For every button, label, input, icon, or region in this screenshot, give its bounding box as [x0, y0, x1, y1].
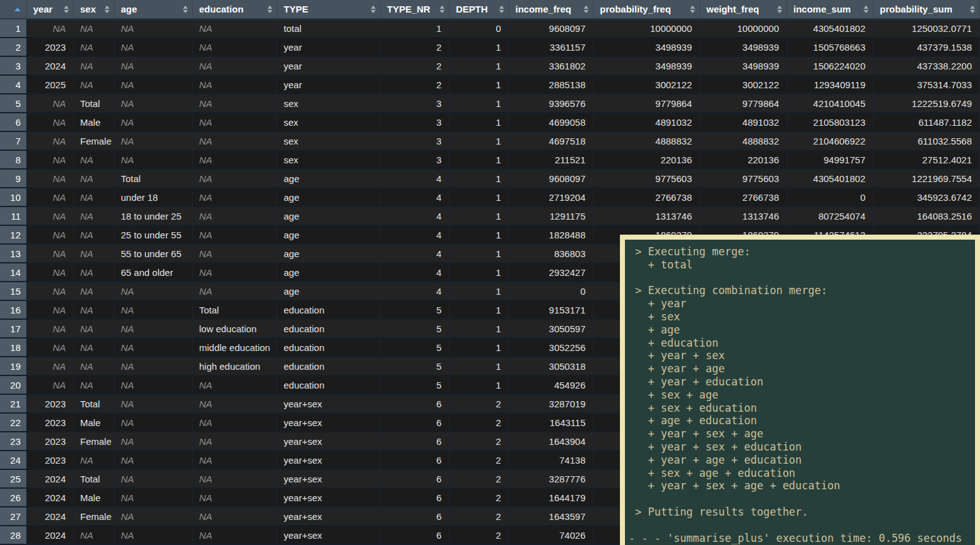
console-output-text: > Executing merge: + total > Executing c…: [625, 240, 975, 544]
column-header-income_sum[interactable]: income_sum: [787, 0, 874, 18]
cell-income_sum: 4210410045: [787, 94, 874, 113]
cell-education: NA: [193, 94, 277, 113]
column-label: income_freq: [515, 4, 571, 14]
cell-probability_freq: 4888832: [594, 132, 700, 151]
cell-TYPE: education: [277, 357, 381, 376]
cell-income_freq: 211521: [509, 151, 594, 170]
cell-probability_sum: 611487.1182: [874, 113, 980, 132]
cell-age: NA: [115, 132, 193, 151]
cell-education: NA: [193, 470, 277, 489]
table-row: 9NANATotalNAage4196080979775603977560343…: [0, 170, 980, 188]
cell-weight_freq: 2766738: [700, 188, 787, 207]
cell-year: NA: [27, 263, 74, 282]
cell-probability_sum: 164083.2516: [874, 207, 980, 226]
cell-year: 2023: [27, 38, 74, 57]
cell-sex: Total: [74, 470, 115, 489]
column-label: DEPTH: [456, 4, 488, 14]
column-header-income_freq[interactable]: income_freq: [509, 0, 594, 18]
cell-income_freq: 1643597: [509, 507, 594, 526]
cell-year: 2023: [27, 451, 74, 470]
cell-income_sum: 0: [787, 188, 874, 207]
cell-probability_freq: 3498939: [594, 57, 700, 76]
column-label: probability_sum: [880, 4, 952, 14]
column-label: probability_freq: [600, 4, 671, 14]
cell-TYPE_NR: 3: [381, 113, 450, 132]
column-label: sex: [80, 4, 96, 14]
cell-age: NA: [115, 395, 193, 414]
column-header-education[interactable]: education: [193, 0, 277, 18]
sort-ascending-icon: [14, 8, 21, 11]
cell-DEPTH: 1: [450, 76, 509, 94]
table-row: 6NAMaleNANAsex31469905848910324891032210…: [0, 113, 980, 132]
cell-education: NA: [193, 57, 277, 76]
column-header-probability_sum[interactable]: probability_sum: [874, 0, 980, 18]
sort-icon: [970, 6, 975, 13]
cell-year: NA: [27, 339, 74, 357]
cell-income_freq: 0: [509, 282, 594, 301]
cell-TYPE_NR: 4: [381, 245, 450, 263]
cell-education: NA: [193, 489, 277, 507]
cell-education: NA: [193, 414, 277, 432]
column-header-age[interactable]: age: [115, 0, 193, 18]
row-number-column-header[interactable]: [0, 0, 27, 18]
column-label: income_sum: [793, 4, 851, 14]
row-number: 3: [0, 57, 27, 76]
cell-education: NA: [193, 376, 277, 395]
cell-TYPE: year: [277, 38, 381, 57]
cell-year: 2025: [27, 76, 74, 94]
cell-TYPE_NR: 2: [381, 57, 450, 76]
row-number: 6: [0, 113, 27, 132]
row-number: 18: [0, 339, 27, 357]
cell-probability_sum: 437379.1538: [874, 38, 980, 57]
cell-sex: NA: [74, 57, 115, 76]
cell-age: NA: [115, 432, 193, 451]
column-header-probability_freq[interactable]: probability_freq: [594, 0, 700, 18]
cell-sex: NA: [74, 282, 115, 301]
cell-probability_sum: 611032.5568: [874, 132, 980, 151]
column-header-weight_freq[interactable]: weight_freq: [700, 0, 787, 18]
cell-education: NA: [193, 263, 277, 282]
column-label: TYPE: [284, 4, 308, 14]
row-number: 16: [0, 301, 27, 320]
column-header-sex[interactable]: sex: [74, 0, 115, 18]
column-label: weight_freq: [706, 4, 759, 14]
cell-probability_sum: 1250032.0771: [874, 19, 980, 38]
cell-year: 2024: [27, 470, 74, 489]
cell-TYPE: education: [277, 376, 381, 395]
column-header-TYPE[interactable]: TYPE: [277, 0, 381, 18]
column-header-DEPTH[interactable]: DEPTH: [450, 0, 509, 18]
cell-age: NA: [115, 76, 193, 94]
cell-year: 2024: [27, 526, 74, 545]
column-header-TYPE_NR[interactable]: TYPE_NR: [381, 0, 450, 18]
cell-TYPE_NR: 5: [381, 376, 450, 395]
cell-sex: NA: [74, 339, 115, 357]
cell-TYPE: year: [277, 76, 381, 94]
cell-probability_sum: 345923.6742: [874, 188, 980, 207]
cell-education: NA: [193, 226, 277, 245]
cell-income_freq: 2719204: [509, 188, 594, 207]
cell-DEPTH: 2: [450, 507, 509, 526]
cell-DEPTH: 1: [450, 226, 509, 245]
cell-TYPE: education: [277, 339, 381, 357]
cell-TYPE: age: [277, 170, 381, 188]
cell-TYPE: year+sex: [277, 451, 381, 470]
console-output-panel: > Executing merge: + total > Executing c…: [620, 235, 980, 545]
cell-sex: NA: [74, 207, 115, 226]
cell-income_sum: 94991757: [787, 151, 874, 170]
cell-education: NA: [193, 451, 277, 470]
cell-sex: NA: [74, 188, 115, 207]
cell-TYPE_NR: 6: [381, 432, 450, 451]
cell-TYPE: age: [277, 263, 381, 282]
cell-sex: NA: [74, 301, 115, 320]
column-label: year: [33, 4, 53, 14]
cell-probability_sum: 375314.7033: [874, 76, 980, 94]
cell-TYPE: age: [277, 188, 381, 207]
cell-DEPTH: 2: [450, 395, 509, 414]
cell-sex: Total: [74, 395, 115, 414]
row-number: 14: [0, 263, 27, 282]
cell-TYPE_NR: 4: [381, 263, 450, 282]
column-header-year[interactable]: year: [27, 0, 74, 18]
row-number: 13: [0, 245, 27, 263]
cell-year: 2023: [27, 414, 74, 432]
sort-icon: [690, 6, 695, 13]
